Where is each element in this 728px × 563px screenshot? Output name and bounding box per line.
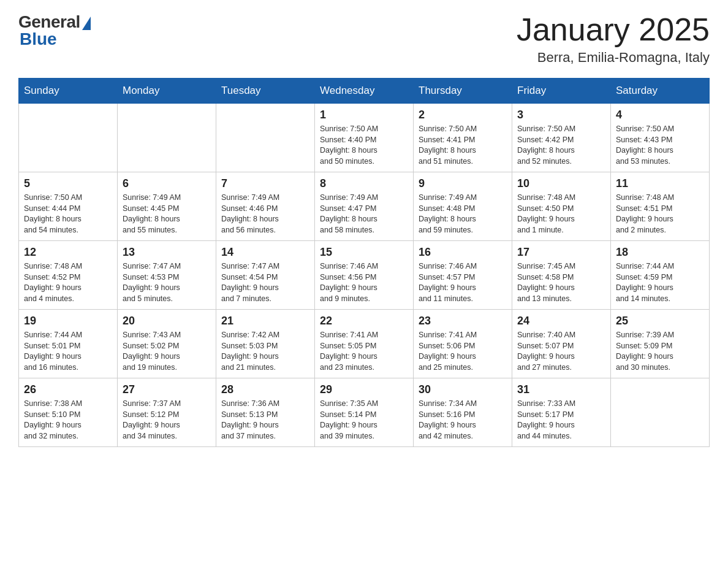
- calendar-week-row: 26Sunrise: 7:38 AM Sunset: 5:10 PM Dayli…: [19, 378, 710, 447]
- day-info: Sunrise: 7:45 AM Sunset: 4:58 PM Dayligh…: [517, 261, 605, 304]
- calendar-cell: 13Sunrise: 7:47 AM Sunset: 4:53 PM Dayli…: [118, 241, 216, 310]
- calendar-week-row: 19Sunrise: 7:44 AM Sunset: 5:01 PM Dayli…: [19, 310, 710, 378]
- day-number: 2: [419, 109, 507, 121]
- calendar-cell: 23Sunrise: 7:41 AM Sunset: 5:06 PM Dayli…: [414, 310, 512, 378]
- day-info: Sunrise: 7:47 AM Sunset: 4:53 PM Dayligh…: [123, 261, 211, 304]
- title-section: January 2025 Berra, Emilia-Romagna, Ital…: [517, 12, 710, 66]
- day-info: Sunrise: 7:36 AM Sunset: 5:13 PM Dayligh…: [221, 399, 309, 442]
- day-number: 14: [221, 246, 309, 259]
- calendar-cell: 21Sunrise: 7:42 AM Sunset: 5:03 PM Dayli…: [216, 310, 315, 378]
- calendar-cell: [611, 378, 710, 447]
- calendar-cell: 25Sunrise: 7:39 AM Sunset: 5:09 PM Dayli…: [611, 310, 710, 378]
- calendar-cell: 3Sunrise: 7:50 AM Sunset: 4:42 PM Daylig…: [512, 104, 611, 172]
- day-info: Sunrise: 7:49 AM Sunset: 4:45 PM Dayligh…: [123, 193, 211, 236]
- calendar-cell: 31Sunrise: 7:33 AM Sunset: 5:17 PM Dayli…: [512, 378, 611, 447]
- day-number: 5: [24, 177, 112, 190]
- day-info: Sunrise: 7:44 AM Sunset: 5:01 PM Dayligh…: [24, 330, 112, 373]
- logo-blue-text: Blue: [20, 29, 57, 49]
- day-info: Sunrise: 7:44 AM Sunset: 4:59 PM Dayligh…: [616, 261, 704, 304]
- location-text: Berra, Emilia-Romagna, Italy: [517, 50, 710, 66]
- day-number: 13: [123, 246, 211, 259]
- calendar-cell: 22Sunrise: 7:41 AM Sunset: 5:05 PM Dayli…: [315, 310, 414, 378]
- calendar-table: SundayMondayTuesdayWednesdayThursdayFrid…: [18, 78, 710, 447]
- day-info: Sunrise: 7:41 AM Sunset: 5:05 PM Dayligh…: [320, 330, 408, 373]
- calendar-cell: 1Sunrise: 7:50 AM Sunset: 4:40 PM Daylig…: [315, 104, 414, 172]
- day-number: 23: [419, 315, 507, 327]
- day-info: Sunrise: 7:46 AM Sunset: 4:57 PM Dayligh…: [419, 261, 507, 304]
- day-info: Sunrise: 7:38 AM Sunset: 5:10 PM Dayligh…: [24, 399, 112, 442]
- calendar-cell: [216, 104, 315, 172]
- day-number: 31: [517, 383, 605, 396]
- day-info: Sunrise: 7:41 AM Sunset: 5:06 PM Dayligh…: [419, 330, 507, 373]
- calendar-cell: 2Sunrise: 7:50 AM Sunset: 4:41 PM Daylig…: [414, 104, 512, 172]
- calendar-cell: 12Sunrise: 7:48 AM Sunset: 4:52 PM Dayli…: [19, 241, 118, 310]
- day-info: Sunrise: 7:48 AM Sunset: 4:52 PM Dayligh…: [24, 261, 112, 304]
- day-number: 20: [123, 315, 211, 327]
- calendar-cell: [19, 104, 118, 172]
- calendar-week-row: 1Sunrise: 7:50 AM Sunset: 4:40 PM Daylig…: [19, 104, 710, 172]
- calendar-header-sunday: Sunday: [19, 79, 118, 104]
- day-info: Sunrise: 7:50 AM Sunset: 4:44 PM Dayligh…: [24, 193, 112, 236]
- day-number: 19: [24, 315, 112, 327]
- day-number: 4: [616, 109, 704, 121]
- calendar-cell: [118, 104, 216, 172]
- day-info: Sunrise: 7:50 AM Sunset: 4:41 PM Dayligh…: [419, 124, 507, 167]
- day-info: Sunrise: 7:42 AM Sunset: 5:03 PM Dayligh…: [221, 330, 309, 373]
- day-number: 27: [123, 383, 211, 396]
- calendar-cell: 11Sunrise: 7:48 AM Sunset: 4:51 PM Dayli…: [611, 172, 710, 241]
- calendar-cell: 5Sunrise: 7:50 AM Sunset: 4:44 PM Daylig…: [19, 172, 118, 241]
- calendar-week-row: 12Sunrise: 7:48 AM Sunset: 4:52 PM Dayli…: [19, 241, 710, 310]
- day-number: 18: [616, 246, 704, 259]
- day-number: 22: [320, 315, 408, 327]
- day-number: 11: [616, 177, 704, 190]
- day-info: Sunrise: 7:49 AM Sunset: 4:48 PM Dayligh…: [419, 193, 507, 236]
- day-number: 8: [320, 177, 408, 190]
- day-number: 26: [24, 383, 112, 396]
- day-info: Sunrise: 7:40 AM Sunset: 5:07 PM Dayligh…: [517, 330, 605, 373]
- calendar-cell: 7Sunrise: 7:49 AM Sunset: 4:46 PM Daylig…: [216, 172, 315, 241]
- calendar-cell: 29Sunrise: 7:35 AM Sunset: 5:14 PM Dayli…: [315, 378, 414, 447]
- day-number: 28: [221, 383, 309, 396]
- calendar-cell: 14Sunrise: 7:47 AM Sunset: 4:54 PM Dayli…: [216, 241, 315, 310]
- page-header: General Blue January 2025 Berra, Emilia-…: [18, 12, 710, 66]
- logo: General Blue: [18, 12, 91, 49]
- calendar-cell: 27Sunrise: 7:37 AM Sunset: 5:12 PM Dayli…: [118, 378, 216, 447]
- calendar-cell: 15Sunrise: 7:46 AM Sunset: 4:56 PM Dayli…: [315, 241, 414, 310]
- calendar-cell: 26Sunrise: 7:38 AM Sunset: 5:10 PM Dayli…: [19, 378, 118, 447]
- day-number: 9: [419, 177, 507, 190]
- calendar-header-row: SundayMondayTuesdayWednesdayThursdayFrid…: [19, 79, 710, 104]
- calendar-header-monday: Monday: [118, 79, 216, 104]
- day-info: Sunrise: 7:49 AM Sunset: 4:46 PM Dayligh…: [221, 193, 309, 236]
- calendar-header-wednesday: Wednesday: [315, 79, 414, 104]
- day-number: 10: [517, 177, 605, 190]
- day-number: 29: [320, 383, 408, 396]
- calendar-cell: 20Sunrise: 7:43 AM Sunset: 5:02 PM Dayli…: [118, 310, 216, 378]
- day-number: 30: [419, 383, 507, 396]
- day-info: Sunrise: 7:46 AM Sunset: 4:56 PM Dayligh…: [320, 261, 408, 304]
- day-info: Sunrise: 7:50 AM Sunset: 4:42 PM Dayligh…: [517, 124, 605, 167]
- calendar-cell: 10Sunrise: 7:48 AM Sunset: 4:50 PM Dayli…: [512, 172, 611, 241]
- day-number: 16: [419, 246, 507, 259]
- day-info: Sunrise: 7:48 AM Sunset: 4:50 PM Dayligh…: [517, 193, 605, 236]
- day-info: Sunrise: 7:39 AM Sunset: 5:09 PM Dayligh…: [616, 330, 704, 373]
- day-number: 1: [320, 109, 408, 121]
- calendar-cell: 28Sunrise: 7:36 AM Sunset: 5:13 PM Dayli…: [216, 378, 315, 447]
- day-info: Sunrise: 7:48 AM Sunset: 4:51 PM Dayligh…: [616, 193, 704, 236]
- day-info: Sunrise: 7:50 AM Sunset: 4:43 PM Dayligh…: [616, 124, 704, 167]
- calendar-cell: 19Sunrise: 7:44 AM Sunset: 5:01 PM Dayli…: [19, 310, 118, 378]
- day-number: 3: [517, 109, 605, 121]
- day-number: 6: [123, 177, 211, 190]
- day-info: Sunrise: 7:35 AM Sunset: 5:14 PM Dayligh…: [320, 399, 408, 442]
- calendar-cell: 18Sunrise: 7:44 AM Sunset: 4:59 PM Dayli…: [611, 241, 710, 310]
- calendar-cell: 17Sunrise: 7:45 AM Sunset: 4:58 PM Dayli…: [512, 241, 611, 310]
- day-number: 15: [320, 246, 408, 259]
- day-info: Sunrise: 7:47 AM Sunset: 4:54 PM Dayligh…: [221, 261, 309, 304]
- day-number: 12: [24, 246, 112, 259]
- calendar-cell: 16Sunrise: 7:46 AM Sunset: 4:57 PM Dayli…: [414, 241, 512, 310]
- calendar-header-thursday: Thursday: [414, 79, 512, 104]
- calendar-header-tuesday: Tuesday: [216, 79, 315, 104]
- day-number: 21: [221, 315, 309, 327]
- day-number: 24: [517, 315, 605, 327]
- calendar-header-saturday: Saturday: [611, 79, 710, 104]
- calendar-cell: 24Sunrise: 7:40 AM Sunset: 5:07 PM Dayli…: [512, 310, 611, 378]
